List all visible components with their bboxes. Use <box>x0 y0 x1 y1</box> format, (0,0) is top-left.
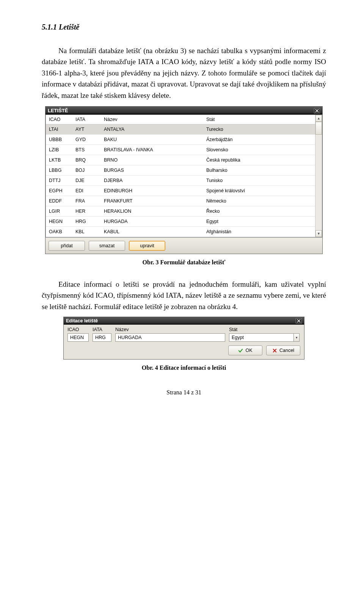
paragraph-2: Editace informací o letišti se provádí n… <box>42 279 326 312</box>
dialog-titlebar: Editace letiště <box>64 317 304 325</box>
figure-3-caption: Obr. 3 Formulář databáze letišť <box>42 258 326 267</box>
cell-iata: EDI <box>72 186 101 196</box>
cell-icao: EGPH <box>46 186 72 196</box>
label-iata: IATA <box>93 327 111 332</box>
edit-airport-dialog: Editace letiště ICAO IATA Název Stát <box>63 317 304 360</box>
scroll-up-icon[interactable]: ▲ <box>315 115 322 122</box>
cell-nazev: ANTALYA <box>101 124 203 135</box>
cell-icao: LZIB <box>46 145 72 155</box>
scroll-track[interactable] <box>315 135 322 230</box>
col-iata[interactable]: IATA <box>72 115 101 124</box>
table-row[interactable]: OAKBKBLKABULAfghánistán <box>46 227 315 237</box>
cell-nazev: HURGADA <box>101 217 203 227</box>
scroll-thumb[interactable] <box>315 122 322 135</box>
table-row[interactable]: LKTBBRQBRNOČeská republika <box>46 155 315 165</box>
table-row[interactable]: LZIBBTSBRATISLAVA - IVANKASlovensko <box>46 145 315 155</box>
cell-icao: DTTJ <box>46 176 72 186</box>
table-row[interactable]: EDDFFRAFRANKFURTNěmecko <box>46 196 315 206</box>
close-icon[interactable] <box>296 318 302 323</box>
cell-stat: Tunisko <box>203 176 315 186</box>
cell-iata: GYD <box>72 135 101 145</box>
cell-nazev: BRNO <box>101 155 203 165</box>
cell-stat: Řecko <box>203 206 315 217</box>
field-nazev: Název <box>115 327 225 342</box>
table-row[interactable]: UBBBGYDBAKUÁzerbájdžán <box>46 135 315 145</box>
cell-stat: Bulharsko <box>203 165 315 176</box>
cell-iata: BTS <box>72 145 101 155</box>
cell-nazev: BAKU <box>101 135 203 145</box>
check-icon <box>238 348 243 353</box>
cell-iata: BOJ <box>72 165 101 176</box>
cell-nazev: FRANKFURT <box>101 196 203 206</box>
cell-icao: LKTB <box>46 155 72 165</box>
icao-input[interactable] <box>67 333 89 342</box>
cell-stat: Afghánistán <box>203 227 315 237</box>
stat-combobox[interactable]: ▾ <box>229 333 300 342</box>
label-nazev: Název <box>115 327 225 332</box>
cell-icao: LBBG <box>46 165 72 176</box>
cell-icao: LGIR <box>46 206 72 217</box>
cell-stat: Ázerbájdžán <box>203 135 315 145</box>
col-stat[interactable]: Stát <box>203 115 315 124</box>
grid-wrapper: ICAO IATA Název Stát LTAIAYTANTALYATurec… <box>46 115 322 237</box>
dialog-title: Editace letiště <box>66 318 98 323</box>
table-header-row: ICAO IATA Název Stát <box>46 115 315 124</box>
cell-stat: Německo <box>203 196 315 206</box>
delete-button[interactable]: smazat <box>89 241 125 251</box>
cell-stat: Spojené království <box>203 186 315 196</box>
page-number: Strana 14 z 31 <box>42 388 326 397</box>
field-iata: IATA <box>93 327 111 342</box>
cell-iata: AYT <box>72 124 101 135</box>
cell-stat: Česká republika <box>203 155 315 165</box>
cell-stat: Turecko <box>203 124 315 135</box>
cell-iata: FRA <box>72 196 101 206</box>
cell-iata: HRG <box>72 217 101 227</box>
cell-icao: UBBB <box>46 135 72 145</box>
ok-label: OK <box>245 348 252 353</box>
chevron-down-icon[interactable]: ▾ <box>293 333 300 342</box>
cancel-label: Cancel <box>279 348 294 353</box>
airports-window: LETIŠTĚ ICAO IATA Název Stát LTAIAYTANTA… <box>45 106 323 254</box>
table-row[interactable]: LGIRHERHERAKLIONŘecko <box>46 206 315 217</box>
cell-nazev: BURGAS <box>101 165 203 176</box>
table-row[interactable]: HEGNHRGHURGADAEgypt <box>46 217 315 227</box>
table-row[interactable]: LBBGBOJBURGASBulharsko <box>46 165 315 176</box>
cell-iata: HER <box>72 206 101 217</box>
scrollbar[interactable]: ▲ ▼ <box>315 115 322 237</box>
cell-icao: HEGN <box>46 217 72 227</box>
dialog-actions: OK Cancel <box>67 345 300 355</box>
cell-stat: Slovensko <box>203 145 315 155</box>
add-button[interactable]: přidat <box>49 241 85 251</box>
figure-4-caption: Obr. 4 Editace informací o letišti <box>42 363 326 373</box>
cell-icao: LTAI <box>46 124 72 135</box>
stat-input[interactable] <box>229 333 293 342</box>
paragraph-1: Na formuláři databáze letišť (na obrázku… <box>42 45 326 101</box>
window-title: LETIŠTĚ <box>48 108 68 113</box>
edit-button[interactable]: upravit <box>129 241 165 251</box>
form-row: ICAO IATA Název Stát ▾ <box>67 327 300 342</box>
iata-input[interactable] <box>93 333 111 342</box>
titlebar: LETIŠTĚ <box>46 107 322 115</box>
cell-nazev: EDINBURGH <box>101 186 203 196</box>
label-stat: Stát <box>229 327 300 332</box>
cell-icao: EDDF <box>46 196 72 206</box>
cancel-button[interactable]: Cancel <box>266 345 300 355</box>
col-nazev[interactable]: Název <box>101 115 203 124</box>
table-row[interactable]: EGPHEDIEDINBURGHSpojené království <box>46 186 315 196</box>
cross-icon <box>272 348 277 353</box>
cell-nazev: DJERBA <box>101 176 203 186</box>
col-icao[interactable]: ICAO <box>46 115 72 124</box>
cell-icao: OAKB <box>46 227 72 237</box>
scroll-down-icon[interactable]: ▼ <box>315 230 322 237</box>
close-icon[interactable] <box>314 108 320 113</box>
cell-iata: BRQ <box>72 155 101 165</box>
table-row[interactable]: DTTJDJEDJERBATunisko <box>46 176 315 186</box>
cell-iata: KBL <box>72 227 101 237</box>
table-row[interactable]: LTAIAYTANTALYATurecko <box>46 124 315 135</box>
toolbar: přidat smazat upravit <box>46 237 322 254</box>
nazev-input[interactable] <box>115 333 225 342</box>
cell-nazev: BRATISLAVA - IVANKA <box>101 145 203 155</box>
airports-table[interactable]: ICAO IATA Název Stát LTAIAYTANTALYATurec… <box>46 115 315 237</box>
ok-button[interactable]: OK <box>228 345 262 355</box>
field-stat: Stát ▾ <box>229 327 300 342</box>
